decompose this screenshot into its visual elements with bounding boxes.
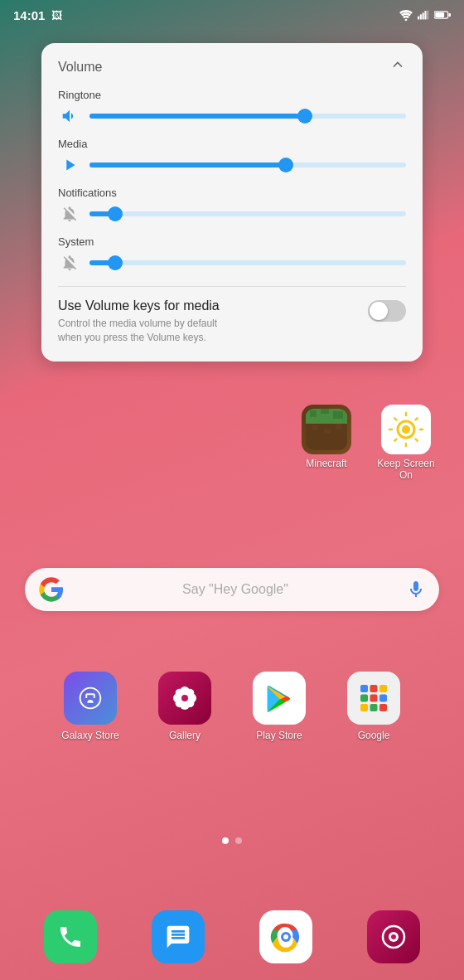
google-label: Google xyxy=(358,730,390,741)
volume-keys-row: Use Volume keys for media Control the me… xyxy=(58,298,406,345)
system-label: System xyxy=(58,235,406,248)
phone-dock-item[interactable] xyxy=(41,910,99,963)
svg-rect-46 xyxy=(370,704,378,711)
floating-apps: Minecraft Keep Screen On xyxy=(293,405,439,482)
svg-rect-39 xyxy=(360,685,368,692)
camera-dock-item[interactable] xyxy=(365,910,423,963)
volume-close-icon[interactable] xyxy=(389,56,406,77)
notifications-label: Notifications xyxy=(58,187,406,199)
mic-icon xyxy=(406,580,426,599)
play-store-label: Play Store xyxy=(256,730,302,741)
system-icon xyxy=(58,251,81,274)
svg-rect-4 xyxy=(424,11,426,20)
svg-rect-12 xyxy=(310,410,317,417)
notifications-icon xyxy=(58,202,81,226)
google-app[interactable]: Google xyxy=(336,672,411,741)
media-icon xyxy=(58,153,81,177)
dock xyxy=(17,910,447,963)
messages-icon xyxy=(152,910,205,963)
svg-line-25 xyxy=(416,439,418,441)
svg-rect-45 xyxy=(360,704,368,711)
keep-screen-label: Keep Screen On xyxy=(377,458,434,482)
system-row: System xyxy=(58,235,406,274)
ringtone-row: Ringtone xyxy=(58,89,406,128)
media-row: Media xyxy=(58,138,406,177)
system-slider[interactable] xyxy=(89,260,406,265)
minecraft-label: Minecraft xyxy=(306,458,346,469)
svg-rect-16 xyxy=(324,429,331,434)
status-left: 14:01 🖼 xyxy=(13,8,62,22)
play-store-app[interactable]: Play Store xyxy=(242,672,317,741)
svg-rect-41 xyxy=(379,685,387,692)
svg-rect-42 xyxy=(360,695,368,702)
svg-point-38 xyxy=(181,695,188,701)
page-dots xyxy=(0,837,464,844)
messages-dock-item[interactable] xyxy=(149,910,207,963)
galaxy-store-label: Galaxy Store xyxy=(61,730,118,741)
galaxy-store-app[interactable]: Galaxy Store xyxy=(53,672,128,741)
svg-rect-15 xyxy=(312,425,317,430)
google-g-icon xyxy=(38,576,65,603)
volume-keys-toggle[interactable] xyxy=(368,300,406,322)
signal-icon xyxy=(418,9,429,21)
chrome-icon xyxy=(259,910,312,963)
svg-rect-2 xyxy=(420,14,422,19)
camera-icon xyxy=(367,910,420,963)
svg-rect-3 xyxy=(423,12,424,19)
photo-icon: 🖼 xyxy=(51,9,62,22)
svg-rect-44 xyxy=(379,695,387,702)
status-bar: 14:01 🖼 xyxy=(0,0,464,30)
status-right xyxy=(399,9,451,21)
notifications-row: Notifications xyxy=(58,187,406,226)
page-dot-2 xyxy=(235,837,242,844)
keep-screen-app[interactable]: Keep Screen On xyxy=(373,405,439,482)
ringtone-icon xyxy=(58,104,81,128)
svg-point-28 xyxy=(402,425,410,434)
keep-screen-icon xyxy=(381,405,431,454)
page-dot-1 xyxy=(222,837,229,844)
battery-icon xyxy=(434,10,451,20)
svg-rect-47 xyxy=(379,704,387,711)
volume-keys-text: Use Volume keys for media Control the me… xyxy=(58,298,358,345)
search-placeholder: Say "Hey Google" xyxy=(73,582,398,597)
volume-keys-title: Use Volume keys for media xyxy=(58,298,358,313)
ringtone-label: Ringtone xyxy=(58,89,406,101)
svg-rect-40 xyxy=(370,685,378,692)
svg-rect-5 xyxy=(427,10,428,19)
galaxy-store-icon xyxy=(64,672,117,725)
svg-line-24 xyxy=(394,418,396,420)
svg-rect-7 xyxy=(449,13,452,17)
svg-point-51 xyxy=(283,934,288,939)
gallery-icon xyxy=(158,672,211,725)
ringtone-slider[interactable] xyxy=(89,114,406,119)
volume-keys-desc: Control the media volume by defaultwhen … xyxy=(58,317,358,345)
play-store-icon xyxy=(253,672,306,725)
volume-divider xyxy=(58,286,406,287)
svg-line-27 xyxy=(394,439,396,441)
minecraft-icon xyxy=(302,405,351,454)
media-slider[interactable] xyxy=(89,163,406,167)
app-grid: Galaxy Store Gallery xyxy=(0,672,464,741)
svg-rect-1 xyxy=(418,16,419,19)
svg-rect-17 xyxy=(336,424,341,429)
minecraft-app[interactable]: Minecraft xyxy=(293,405,360,482)
phone-icon xyxy=(44,910,97,963)
volume-title: Volume xyxy=(58,60,102,75)
svg-rect-14 xyxy=(333,411,343,419)
svg-point-54 xyxy=(391,934,396,939)
volume-panel: Volume Ringtone Media xyxy=(41,43,423,361)
media-label: Media xyxy=(58,138,406,150)
search-bar[interactable]: Say "Hey Google" xyxy=(25,568,439,611)
notifications-slider[interactable] xyxy=(89,211,406,216)
svg-line-26 xyxy=(416,418,418,420)
svg-rect-43 xyxy=(370,695,378,702)
svg-rect-8 xyxy=(435,12,444,17)
chrome-dock-item[interactable] xyxy=(257,910,315,963)
volume-header: Volume xyxy=(58,56,406,77)
toggle-thumb xyxy=(370,302,388,320)
svg-rect-13 xyxy=(321,409,329,414)
gallery-label: Gallery xyxy=(169,730,201,741)
wifi-icon xyxy=(399,9,413,21)
google-icon xyxy=(347,672,400,725)
gallery-app[interactable]: Gallery xyxy=(147,672,222,741)
